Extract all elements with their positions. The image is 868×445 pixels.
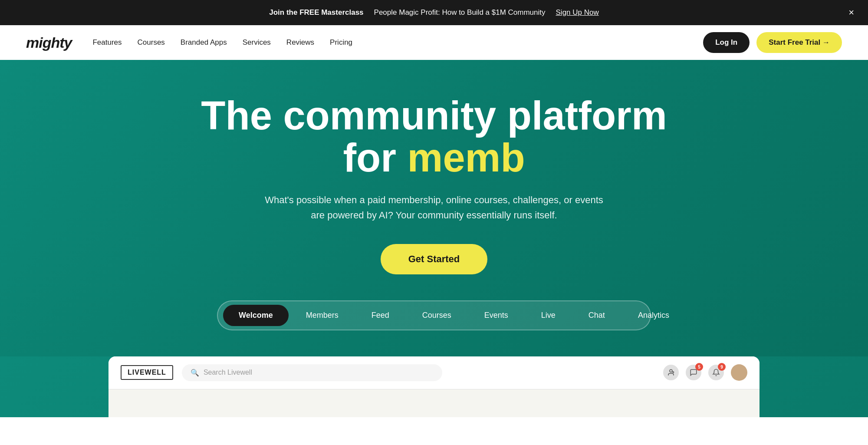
preview-icons: 5 9 bbox=[663, 364, 747, 381]
hero-title-line2-prefix: for bbox=[343, 135, 407, 180]
navbar-left: mighty Features Courses Branded Apps Ser… bbox=[26, 34, 352, 51]
tab-feed[interactable]: Feed bbox=[356, 305, 405, 326]
announcement-bold: Join the FREE Masterclass bbox=[269, 8, 363, 17]
avatar[interactable] bbox=[731, 364, 747, 381]
nav-item-pricing[interactable]: Pricing bbox=[330, 38, 352, 47]
navbar: mighty Features Courses Branded Apps Ser… bbox=[0, 25, 868, 60]
person-add-icon[interactable] bbox=[663, 365, 679, 380]
hero-title: The community platform for memb bbox=[201, 95, 667, 178]
login-button[interactable]: Log In bbox=[703, 32, 750, 53]
logo[interactable]: mighty bbox=[26, 34, 72, 51]
notification-badge: 9 bbox=[718, 363, 726, 371]
navbar-right: Log In Start Free Trial → bbox=[703, 32, 842, 53]
search-icon: 🔍 bbox=[191, 369, 199, 377]
hero-section: The community platform for memb What's p… bbox=[0, 60, 868, 356]
tab-live[interactable]: Live bbox=[526, 305, 571, 326]
chat-bubble-icon[interactable]: 5 bbox=[686, 365, 701, 380]
nav-item-branded-apps[interactable]: Branded Apps bbox=[181, 38, 227, 47]
hero-subtitle: What's possible when a paid membership, … bbox=[265, 192, 603, 223]
hero-title-highlight: memb bbox=[408, 135, 525, 180]
announcement-signup-link[interactable]: Sign Up Now bbox=[556, 8, 599, 17]
announcement-bar: Join the FREE Masterclass People Magic P… bbox=[0, 0, 868, 25]
hero-title-line1: The community platform bbox=[201, 93, 667, 138]
start-trial-button[interactable]: Start Free Trial → bbox=[756, 32, 842, 53]
tab-analytics[interactable]: Analytics bbox=[622, 305, 685, 326]
svg-point-0 bbox=[670, 369, 672, 372]
tab-events[interactable]: Events bbox=[469, 305, 524, 326]
tab-courses[interactable]: Courses bbox=[407, 305, 467, 326]
tab-chat[interactable]: Chat bbox=[573, 305, 621, 326]
nav-item-features[interactable]: Features bbox=[92, 38, 122, 47]
notification-bell-icon[interactable]: 9 bbox=[708, 365, 724, 380]
nav-item-courses[interactable]: Courses bbox=[138, 38, 165, 47]
nav-item-services[interactable]: Services bbox=[243, 38, 271, 47]
tab-bar: Welcome Members Feed Courses Events Live… bbox=[217, 300, 651, 330]
chat-badge: 5 bbox=[695, 363, 703, 371]
livewell-logo: LIVEWELL bbox=[121, 365, 173, 380]
preview-topbar: LIVEWELL 🔍 Search Livewell bbox=[108, 356, 760, 389]
tab-members[interactable]: Members bbox=[290, 305, 354, 326]
preview-window: LIVEWELL 🔍 Search Livewell bbox=[108, 356, 760, 417]
preview-search-bar[interactable]: 🔍 Search Livewell bbox=[182, 364, 442, 381]
preview-section: LIVEWELL 🔍 Search Livewell bbox=[0, 356, 868, 417]
tab-welcome[interactable]: Welcome bbox=[223, 305, 289, 326]
nav-item-reviews[interactable]: Reviews bbox=[286, 38, 314, 47]
announcement-close-button[interactable]: × bbox=[848, 8, 854, 17]
nav-links: Features Courses Branded Apps Services R… bbox=[92, 38, 352, 47]
announcement-text: People Magic Profit: How to Build a $1M … bbox=[374, 8, 546, 17]
get-started-button[interactable]: Get Started bbox=[381, 244, 488, 274]
search-placeholder-text: Search Livewell bbox=[204, 369, 252, 376]
